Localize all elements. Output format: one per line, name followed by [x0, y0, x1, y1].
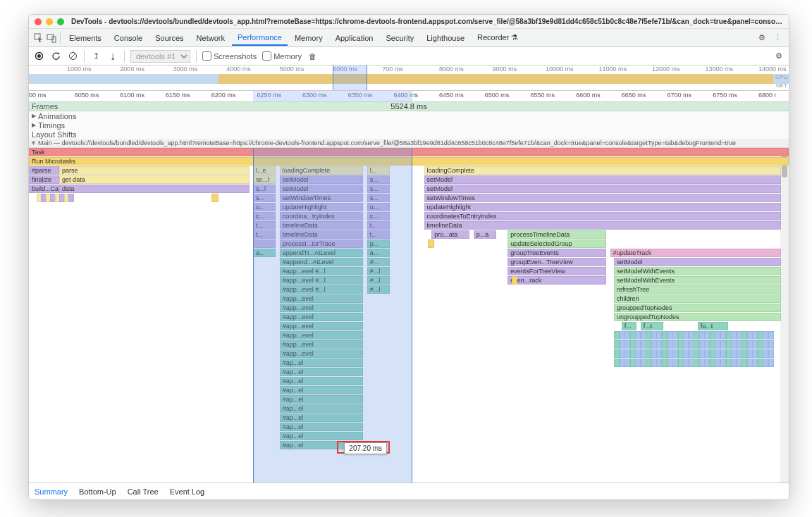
tab-call-tree[interactable]: Call Tree [128, 487, 159, 496]
flame-entry[interactable]: build...Calls [29, 185, 59, 193]
layout-shifts-track[interactable]: Layout Shifts [29, 130, 789, 139]
flame-entry[interactable]: eventsForTreeView [508, 267, 606, 275]
flame-entry[interactable]: #app...evel [280, 294, 364, 303]
flame-entry[interactable] [768, 359, 774, 367]
timeline-ruler[interactable]: 00 ms6050 ms6100 ms6150 ms6200 ms6250 ms… [29, 91, 789, 102]
settings-icon[interactable]: ⚙ [755, 33, 769, 42]
flame-entry[interactable]: l...e [253, 166, 276, 175]
more-icon[interactable]: ⋮ [770, 33, 785, 42]
flame-entry[interactable]: refreshTree [614, 285, 781, 294]
device-select[interactable]: devtools #1 [130, 50, 190, 63]
flame-entry[interactable]: #app...evel #...l [280, 276, 364, 285]
flame-entry[interactable]: appendTr...AtLevel [280, 249, 364, 257]
device-toolbar-icon[interactable] [46, 32, 57, 44]
flame-entry[interactable]: parse [59, 166, 250, 175]
flame-entry[interactable]: #...l [367, 276, 390, 285]
flame-entry[interactable]: processI...torTrace [280, 239, 364, 248]
flame-entry[interactable]: data [59, 185, 250, 193]
flame-entry[interactable]: s... [367, 194, 390, 202]
flame-entry[interactable] [68, 194, 74, 202]
tab-application[interactable]: Application [330, 31, 379, 45]
flame-entry[interactable]: t... [367, 221, 390, 230]
tab-summary[interactable]: Summary [35, 487, 68, 496]
flame-entry[interactable]: #ap...el [280, 395, 364, 404]
vertical-scrollbar[interactable] [780, 148, 789, 482]
flame-entry[interactable]: t... [253, 221, 276, 230]
flame-entry[interactable]: even...rack [508, 276, 606, 285]
flame-entry[interactable]: get data [59, 175, 250, 184]
close-icon[interactable] [35, 18, 42, 25]
tab-sources[interactable]: Sources [149, 31, 189, 45]
flame-entry[interactable]: #ap...el [280, 404, 364, 413]
flame-entry[interactable]: setModelWithEvents [614, 276, 781, 285]
flame-entry[interactable]: setModel [424, 185, 782, 193]
flame-entry[interactable]: setModel [280, 175, 364, 184]
flame-entry[interactable] [768, 349, 774, 358]
flame-entry[interactable]: t... [367, 230, 390, 239]
record-icon[interactable] [33, 51, 44, 62]
flame-entry[interactable]: grouppedTopNodes [614, 304, 781, 312]
clear-icon[interactable] [67, 51, 78, 62]
flame-entry[interactable]: #... [367, 258, 390, 266]
flame-entry[interactable]: setModelWithEvents [614, 267, 781, 275]
flame-entry[interactable]: updateHighlight [424, 203, 782, 211]
flame-entry[interactable]: c... [367, 212, 390, 220]
flame-chart[interactable]: 207.20 ms TaskRun Microtasks#parseparsef… [29, 148, 789, 482]
flame-entry[interactable]: Task [29, 148, 789, 156]
flame-entry[interactable]: s... [367, 175, 390, 184]
flame-entry[interactable]: t... [253, 230, 276, 239]
flame-entry[interactable]: #ap...el [280, 432, 364, 440]
flame-entry[interactable]: setModel [280, 185, 364, 193]
flame-entry[interactable]: setModel [424, 175, 782, 184]
zoom-icon[interactable] [57, 18, 64, 25]
flame-entry[interactable]: #ap...el [280, 359, 364, 367]
flame-entry[interactable]: groupTreeEvents [508, 249, 606, 257]
flame-entry[interactable]: loadingComplete [424, 166, 782, 175]
tab-security[interactable]: Security [380, 31, 419, 45]
flame-entry[interactable]: finalize [29, 175, 59, 184]
trash-icon[interactable]: 🗑 [307, 51, 319, 62]
tab-event-log[interactable]: Event Log [170, 487, 205, 496]
flame-entry[interactable]: #parse [29, 166, 59, 175]
flame-entry[interactable]: u... [367, 203, 390, 211]
flame-entry[interactable] [428, 239, 434, 248]
flame-entry[interactable]: p... [367, 239, 390, 248]
flame-entry[interactable]: processTimelineData [508, 230, 606, 239]
flame-entry[interactable]: #app...evel [280, 304, 364, 312]
reload-icon[interactable] [50, 51, 61, 62]
tab-bottom-up[interactable]: Bottom-Up [79, 487, 116, 496]
tab-elements[interactable]: Elements [63, 31, 107, 45]
tab-recorder[interactable]: Recorder ⚗ [472, 30, 524, 45]
minimize-icon[interactable] [46, 18, 53, 25]
flame-entry[interactable]: timelineData [424, 221, 782, 230]
flame-entry[interactable]: #ap...el [280, 413, 364, 422]
animations-track[interactable]: ▶Animations [29, 111, 789, 120]
flame-entry[interactable]: children [614, 294, 781, 303]
flame-entry[interactable] [768, 340, 774, 349]
timeline-overview[interactable]: 1000 ms2000 ms3000 ms4000 ms5000 ms6000 … [29, 66, 789, 91]
perf-settings-icon[interactable]: ⚙ [773, 51, 785, 62]
tab-console[interactable]: Console [109, 31, 148, 45]
flame-entry[interactable]: #app...evel [280, 349, 364, 358]
flame-entry[interactable]: s...l [253, 185, 276, 193]
flame-entry[interactable]: #app...evel [280, 322, 364, 330]
flame-entry[interactable]: setWindowTimes [280, 194, 364, 202]
flame-entry[interactable]: se...l [253, 175, 276, 184]
flame-entry[interactable]: groupEven...TreeView [508, 258, 606, 266]
flame-entry[interactable]: #app...evel [280, 331, 364, 340]
flame-entry[interactable]: #app...evel #...l [280, 267, 364, 275]
flame-entry[interactable]: #...l [367, 285, 390, 294]
flame-entry[interactable]: coordina...tryIndex [280, 212, 364, 220]
flame-entry[interactable]: #ap...el [280, 386, 364, 394]
flame-entry[interactable]: #...l [367, 267, 390, 275]
flame-entry[interactable] [512, 276, 518, 285]
flame-entry[interactable]: u... [253, 203, 276, 211]
flame-entry[interactable] [211, 194, 219, 202]
flame-entry[interactable]: coordinatesToEntryIndex [424, 212, 782, 220]
memory-checkbox[interactable]: Memory [262, 51, 302, 61]
flame-entry[interactable]: pro...ata [431, 230, 469, 239]
flame-entry[interactable]: #ap...el [280, 377, 364, 385]
flame-entry[interactable]: #app...evel [280, 340, 364, 349]
tab-memory[interactable]: Memory [289, 31, 328, 45]
flame-entry[interactable]: ungrouppedTopNodes [614, 313, 781, 321]
